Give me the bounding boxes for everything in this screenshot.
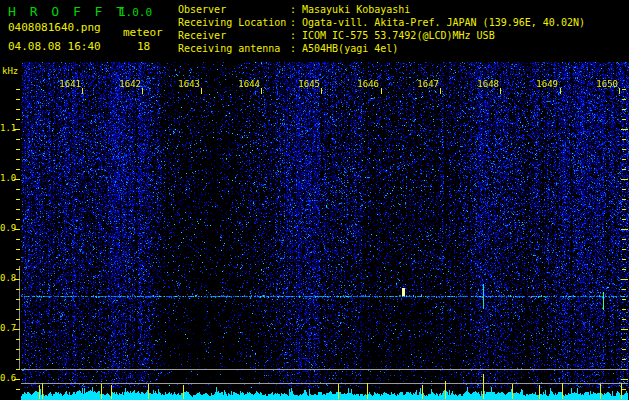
tick-mark — [622, 309, 626, 310]
tick-mark — [622, 299, 626, 300]
time-tick-label: 1649 — [528, 80, 558, 89]
freq-tick-label: 1.0 — [0, 174, 15, 183]
tick-mark — [622, 239, 626, 240]
tick-mark — [622, 369, 626, 370]
tick-mark — [622, 189, 626, 190]
tick-mark — [16, 369, 20, 370]
tick-mark — [622, 339, 626, 340]
tick-mark — [621, 179, 628, 180]
tick-mark — [16, 199, 20, 200]
time-tick-label: 1645 — [290, 80, 320, 89]
tick-mark — [622, 169, 626, 170]
tick-mark — [622, 289, 626, 290]
tick-mark — [16, 389, 20, 390]
tick-mark — [16, 169, 20, 170]
tick-mark — [16, 149, 20, 150]
tick-mark — [16, 309, 20, 310]
output-filename: 0408081640.png — [8, 21, 101, 34]
freq-tick-label: 0.7 — [0, 324, 15, 333]
tick-mark — [621, 329, 628, 330]
tick-mark — [14, 329, 20, 330]
tick-mark — [14, 129, 20, 130]
app-version: 1.0.0 — [119, 6, 152, 19]
tick-mark — [622, 349, 626, 350]
time-tick-label: 1643 — [170, 80, 200, 89]
tick-mark — [82, 88, 83, 94]
info-row-observer: Observer:Masayuki Kobayashi — [178, 3, 585, 16]
tick-mark — [14, 279, 20, 280]
time-tick-label: 1646 — [349, 80, 379, 89]
tick-mark — [321, 88, 322, 94]
tick-mark — [381, 88, 382, 94]
app-title: H R O F F T — [8, 4, 127, 19]
tick-mark — [142, 88, 143, 94]
tick-mark — [16, 299, 20, 300]
tick-mark — [16, 99, 20, 100]
info-row-antenna: Receiving antenna:A504HB(yagi 4el) — [178, 42, 585, 55]
frequency-unit-label: kHz — [2, 67, 18, 76]
info-row-location: Receiving Location:Ogata-vill. Akita-Pre… — [178, 16, 585, 29]
hrofft-window: H R O F F T 1.0.0 0408081640.png meteor … — [0, 0, 629, 400]
tick-mark — [16, 289, 20, 290]
tick-mark — [622, 259, 626, 260]
echo-count: 18 — [137, 40, 150, 53]
tick-mark — [560, 88, 561, 94]
tick-mark — [16, 259, 20, 260]
tick-mark — [16, 119, 20, 120]
freq-tick-label: 0.9 — [0, 224, 15, 233]
freq-tick-label: 0.6 — [0, 374, 15, 383]
time-tick-label: 1650 — [588, 80, 618, 89]
tick-mark — [14, 379, 20, 380]
axis-marker-line — [19, 266, 20, 369]
tick-mark — [16, 319, 20, 320]
tick-mark — [14, 179, 20, 180]
tick-mark — [16, 219, 20, 220]
tick-mark — [619, 88, 620, 94]
info-row-receiver: Receiver:ICOM IC-575 53.7492(@LCD)MHz US… — [178, 29, 585, 42]
tick-mark — [622, 89, 626, 90]
tick-mark — [621, 279, 628, 280]
tick-mark — [14, 229, 20, 230]
info-label: Observer — [178, 3, 290, 16]
tick-mark — [622, 119, 626, 120]
spectrogram-canvas — [21, 62, 629, 400]
tick-mark — [622, 109, 626, 110]
info-value: Masayuki Kobayashi — [302, 3, 410, 16]
info-label: Receiving Location — [178, 16, 290, 29]
info-value: A504HB(yagi 4el) — [302, 42, 398, 55]
time-tick-label: 1647 — [409, 80, 439, 89]
tick-mark — [622, 209, 626, 210]
info-value: ICOM IC-575 53.7492(@LCD)MHz USB — [302, 29, 495, 42]
tick-mark — [261, 88, 262, 94]
observation-mode: meteor — [123, 26, 163, 39]
info-separator: : — [290, 42, 302, 55]
tick-mark — [622, 159, 626, 160]
info-value: Ogata-vill. Akita-Pref. JAPAN (139.96E, … — [302, 16, 585, 29]
time-tick-label: 1641 — [51, 80, 81, 89]
tick-mark — [622, 269, 626, 270]
tick-mark — [201, 88, 202, 94]
info-label: Receiver — [178, 29, 290, 42]
tick-mark — [621, 129, 628, 130]
tick-mark — [622, 219, 626, 220]
tick-mark — [622, 99, 626, 100]
time-tick-label: 1644 — [230, 80, 260, 89]
tick-mark — [621, 229, 628, 230]
tick-mark — [16, 109, 20, 110]
tick-mark — [16, 349, 20, 350]
tick-mark — [621, 379, 628, 380]
info-label: Receiving antenna — [178, 42, 290, 55]
tick-mark — [16, 139, 20, 140]
info-separator: : — [290, 29, 302, 42]
tick-mark — [440, 88, 441, 94]
tick-mark — [500, 88, 501, 94]
tick-mark — [16, 339, 20, 340]
tick-mark — [16, 159, 20, 160]
tick-mark — [16, 189, 20, 190]
tick-mark — [16, 249, 20, 250]
tick-mark — [16, 209, 20, 210]
time-tick-label: 1648 — [469, 80, 499, 89]
tick-mark — [16, 269, 20, 270]
freq-tick-label: 1.1 — [0, 124, 15, 133]
tick-mark — [622, 389, 626, 390]
